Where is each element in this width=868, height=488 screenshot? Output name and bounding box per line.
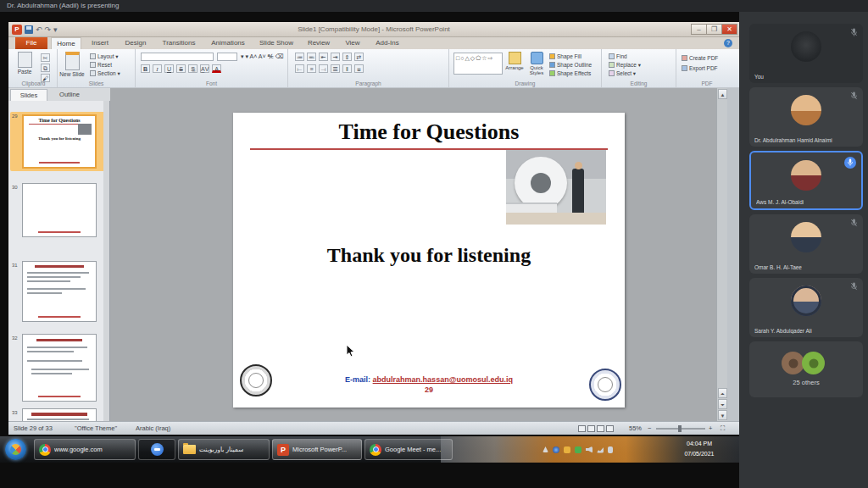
text-shadow-button[interactable]: S [188, 64, 198, 73]
participant-tile-2[interactable]: Dr. Abdulrahman Hamid Alnaimi [749, 87, 863, 147]
slide-scrollbar[interactable]: ▲ ⏶ ⏷ ▼ [716, 88, 727, 421]
taskbar-chrome-google[interactable]: www.google.com [34, 439, 136, 460]
participant-tile-you[interactable]: You [749, 24, 863, 83]
action-center-flag-icon[interactable] [608, 446, 613, 453]
shapes-gallery[interactable]: □○△◇⬠☆⇨ [453, 53, 503, 75]
columns-icon[interactable]: ‖ [342, 64, 352, 73]
volume-icon[interactable] [586, 446, 593, 453]
minimize-button[interactable]: – [691, 24, 707, 35]
taskbar-folder[interactable]: سمينار باوربوينت [178, 439, 270, 460]
align-center-icon[interactable]: ≡ [307, 64, 316, 73]
new-slide-button[interactable]: New Slide [59, 52, 85, 77]
scroll-up-icon[interactable]: ▲ [718, 89, 727, 99]
tray-network-globe-icon[interactable] [553, 446, 559, 453]
fit-to-window-icon[interactable]: ⛶ [721, 422, 725, 435]
decrease-indent-icon[interactable]: ⇤ [319, 53, 328, 61]
slide-thumbnail-29[interactable]: 29 Time for Questions Thank you for list… [10, 112, 105, 171]
shape-fill-button[interactable]: Shape Fill [549, 53, 581, 59]
pane-tab-slides[interactable]: Slides [10, 89, 47, 101]
maximize-button[interactable]: ❐ [706, 24, 722, 35]
tab-slide-show[interactable]: Slide Show [254, 37, 298, 49]
copy-icon[interactable]: ⧉ [41, 64, 50, 72]
pane-scrollbar[interactable] [103, 101, 109, 421]
shape-outline-button[interactable]: Shape Outline [549, 62, 592, 68]
cut-icon[interactable]: ✂ [41, 53, 50, 62]
reset-button[interactable]: Reset [90, 62, 112, 68]
slide-sorter-icon[interactable] [587, 425, 595, 432]
network-icon[interactable] [597, 446, 604, 453]
slide-thumbnail-31[interactable]: 31 [10, 261, 105, 325]
tab-home[interactable]: Home [51, 37, 81, 49]
pane-tab-outline[interactable]: Outline [49, 89, 90, 101]
numbering-icon[interactable]: ≕ [307, 53, 316, 61]
previous-slide-icon[interactable]: ⏶ [718, 388, 727, 398]
taskbar-clock[interactable]: 04:04 PM 07/05/2021 [670, 439, 729, 459]
bullets-icon[interactable]: ≔ [295, 53, 304, 61]
next-slide-icon[interactable]: ⏷ [718, 399, 727, 409]
line-spacing-icon[interactable]: ⇕ [342, 53, 352, 61]
tab-animations[interactable]: Animations [205, 37, 251, 49]
tab-file[interactable]: File [15, 37, 47, 49]
zoom-slider-thumb[interactable] [678, 425, 682, 432]
replace-button[interactable]: Replace ▾ [609, 62, 641, 69]
strikethrough-button[interactable]: S [176, 64, 186, 73]
underline-button[interactable]: U [164, 64, 174, 73]
select-button[interactable]: Select ▾ [609, 70, 636, 77]
font-resize-buttons[interactable]: ▾ ▾ A˄ A˅ ℀ ⌫ [241, 53, 284, 60]
taskbar-powerpoint[interactable]: P Microsoft PowerP... [272, 439, 362, 460]
language-indicator[interactable]: Arabic (Iraq) [136, 422, 170, 435]
slide-thumbnail-32[interactable]: 32 [10, 334, 105, 405]
arrange-button[interactable]: Arrange [504, 52, 526, 70]
quick-styles-button[interactable]: Quick Styles [526, 52, 548, 75]
taskbar-chrome-meet[interactable]: Google Meet - me... [364, 439, 453, 460]
close-button[interactable]: ✕ [721, 24, 737, 35]
paste-button[interactable]: Paste [12, 52, 37, 75]
participant-tile-3-active[interactable]: Aws M. J. Al-Obaidi [749, 151, 863, 210]
tab-transitions[interactable]: Transitions [156, 37, 202, 49]
help-icon[interactable]: ? [724, 39, 732, 47]
zoom-in-button[interactable]: + [709, 422, 712, 435]
section-button[interactable]: Section ▾ [90, 70, 120, 77]
scroll-down-icon[interactable]: ▼ [718, 410, 727, 420]
zoom-level[interactable]: 55% [629, 422, 642, 435]
normal-view-icon[interactable] [578, 425, 586, 432]
font-color-button[interactable]: A [212, 64, 221, 73]
tab-insert[interactable]: Insert [85, 37, 115, 49]
tray-update-icon[interactable] [564, 446, 570, 453]
align-right-icon[interactable]: ⟞ [319, 64, 328, 73]
export-pdf-button[interactable]: Export PDF [682, 65, 718, 71]
font-name-box[interactable] [141, 53, 214, 61]
current-slide[interactable]: Time for Questions Thank you for listeni… [233, 113, 625, 408]
slide-thumbnail-33[interactable]: 33 [10, 408, 105, 421]
participant-tile-5[interactable]: Sarah Y. Abdulqader Ali [749, 278, 863, 337]
start-button[interactable] [5, 439, 26, 460]
tray-antivirus-icon[interactable] [575, 446, 581, 453]
email-address[interactable]: abdulrahman.hassan@uomosul.edu.iq [373, 375, 513, 384]
bold-button[interactable]: B [141, 64, 150, 73]
smartart-icon[interactable]: ⧈ [354, 64, 364, 73]
character-spacing-button[interactable]: A̲V [200, 64, 209, 73]
slideshow-icon[interactable] [606, 425, 614, 432]
show-hidden-icons[interactable] [542, 446, 548, 452]
align-left-icon[interactable]: ⟝ [295, 64, 304, 73]
create-pdf-button[interactable]: Create PDF [682, 55, 718, 61]
tab-add-ins[interactable]: Add-Ins [370, 37, 405, 49]
increase-indent-icon[interactable]: ⇥ [331, 53, 340, 61]
tab-view[interactable]: View [339, 37, 366, 49]
tab-review[interactable]: Review [302, 37, 336, 49]
layout-button[interactable]: Layout ▾ [90, 53, 119, 60]
slide-thumbnail-30[interactable]: 30 [10, 183, 105, 241]
font-size-box[interactable] [217, 53, 237, 61]
justify-icon[interactable]: ☰ [331, 64, 340, 73]
find-button[interactable]: Find [609, 53, 627, 59]
text-direction-icon[interactable]: ⇄ [354, 53, 364, 61]
tab-design[interactable]: Design [119, 37, 153, 49]
shape-effects-button[interactable]: Shape Effects [549, 70, 591, 76]
participant-tile-4[interactable]: Omar B. H. Al-Taee [749, 214, 863, 274]
italic-button[interactable]: I [153, 64, 162, 73]
taskbar-meet-app[interactable] [138, 439, 175, 460]
reading-view-icon[interactable] [597, 425, 604, 432]
participant-tile-others[interactable]: 25 others [749, 341, 863, 397]
zoom-out-button[interactable]: − [648, 422, 651, 435]
zoom-slider[interactable] [656, 428, 705, 430]
